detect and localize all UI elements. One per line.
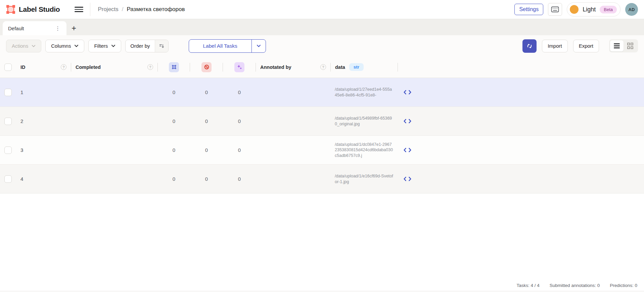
import-button[interactable]: Import bbox=[542, 40, 568, 52]
menu-hamburger-icon[interactable] bbox=[75, 6, 83, 13]
table-header: ID ? Completed ? bbox=[0, 56, 644, 78]
breadcrumb-current-project: Разметка светофоров bbox=[127, 6, 185, 13]
show-source-button[interactable] bbox=[398, 165, 644, 193]
cell-cancelled-count: 0 bbox=[190, 107, 223, 135]
table-row[interactable]: 4 0 0 0 /data/upload/1/e16cf69d-Svetofor… bbox=[0, 165, 644, 194]
cell-cancelled-count: 0 bbox=[190, 136, 223, 164]
tab-bar: Default ⋮ + bbox=[0, 19, 644, 35]
chevron-down-icon bbox=[257, 44, 261, 47]
help-icon[interactable]: ? bbox=[61, 64, 66, 70]
cell-data-path: /data/upload/1/54989fbf-653690_original.… bbox=[331, 107, 398, 135]
cell-annotated-by bbox=[256, 107, 331, 135]
cell-completed bbox=[71, 107, 158, 135]
column-header-spacer bbox=[398, 56, 644, 78]
cancelled-annotations-icon bbox=[204, 64, 210, 70]
angle-left-icon bbox=[403, 119, 407, 124]
order-by-button[interactable]: Order by bbox=[125, 40, 168, 52]
show-source-button[interactable] bbox=[398, 107, 644, 135]
column-header-data[interactable]: data str bbox=[331, 56, 398, 78]
angle-right-icon bbox=[408, 119, 412, 124]
add-tab-button[interactable]: + bbox=[66, 21, 81, 35]
cell-data-path: /data/upload/1/dc0847e1-29672353830815d4… bbox=[331, 136, 398, 164]
chevron-down-icon bbox=[111, 44, 116, 47]
cell-predictions-count: 0 bbox=[223, 78, 256, 107]
submitted-annotations-count: Submitted annotations: 0 bbox=[550, 283, 600, 288]
tab-default[interactable]: Default ⋮ bbox=[3, 21, 66, 35]
row-checkbox[interactable] bbox=[4, 175, 12, 183]
grid-icon bbox=[627, 43, 634, 49]
angle-left-icon bbox=[403, 148, 407, 153]
user-avatar[interactable]: AD bbox=[625, 3, 638, 16]
columns-button[interactable]: Columns bbox=[45, 40, 84, 52]
theme-toggle[interactable]: Light Beta bbox=[567, 2, 620, 16]
label-all-tasks-button[interactable]: Label All Tasks bbox=[189, 39, 266, 53]
cell-annotated-by bbox=[256, 78, 331, 107]
column-header-predictions[interactable] bbox=[223, 56, 256, 78]
filters-button[interactable]: Filters bbox=[88, 40, 121, 52]
column-header-completed[interactable]: Completed ? bbox=[71, 56, 158, 78]
cell-annotated-by bbox=[256, 136, 331, 164]
tab-kebab-menu-icon[interactable]: ⋮ bbox=[53, 25, 62, 32]
select-all-checkbox[interactable] bbox=[4, 64, 12, 71]
grid-view-button[interactable] bbox=[624, 40, 637, 51]
settings-button[interactable]: Settings bbox=[514, 4, 543, 15]
row-checkbox[interactable] bbox=[4, 89, 12, 96]
predictions-count: Predictions: 0 bbox=[610, 283, 637, 288]
label-all-tasks-dropdown[interactable] bbox=[251, 40, 266, 52]
chevron-down-icon bbox=[74, 44, 79, 47]
cell-annotations-count: 0 bbox=[158, 78, 190, 107]
header-divider bbox=[90, 3, 90, 16]
cell-completed bbox=[71, 136, 158, 164]
show-source-button[interactable] bbox=[398, 78, 644, 107]
help-icon[interactable]: ? bbox=[147, 64, 153, 70]
app-header: Label Studio Projects / Разметка светофо… bbox=[0, 0, 644, 19]
predictions-sparkles-icon bbox=[237, 64, 242, 70]
row-checkbox[interactable] bbox=[4, 146, 12, 154]
column-header-id[interactable]: ID ? bbox=[16, 56, 71, 78]
app-name: Label Studio bbox=[19, 5, 60, 13]
column-header-annotated-by[interactable]: Annotated by ? bbox=[256, 56, 331, 78]
row-checkbox[interactable] bbox=[4, 118, 12, 125]
chevron-down-icon bbox=[32, 45, 36, 47]
theme-dot-icon bbox=[570, 5, 579, 14]
table-row[interactable]: 3 0 0 0 /data/upload/1/dc0847e1-29672353… bbox=[0, 136, 644, 165]
cell-cancelled-count: 0 bbox=[190, 78, 223, 107]
cell-predictions-count: 0 bbox=[223, 165, 256, 193]
refresh-button[interactable] bbox=[522, 39, 537, 53]
cell-id: 2 bbox=[16, 107, 71, 135]
beta-badge: Beta bbox=[600, 6, 617, 13]
toolbar: Actions Columns Filters Order by bbox=[0, 35, 644, 56]
cell-id: 1 bbox=[16, 78, 71, 107]
data-type-badge: str bbox=[349, 63, 364, 71]
help-icon[interactable]: ? bbox=[320, 64, 326, 70]
annotations-icon bbox=[171, 64, 177, 70]
label-studio-logo-icon bbox=[6, 5, 15, 14]
angle-right-icon bbox=[408, 90, 412, 95]
export-button[interactable]: Export bbox=[573, 40, 599, 52]
refresh-icon bbox=[526, 43, 533, 49]
breadcrumb: Projects / Разметка светофоров bbox=[98, 6, 185, 13]
angle-right-icon bbox=[408, 148, 412, 153]
cell-data-path: /data/upload/1/27eed1e4-555a45e6-8e86-4c… bbox=[331, 78, 398, 107]
breadcrumb-projects[interactable]: Projects bbox=[98, 6, 118, 13]
breadcrumb-separator: / bbox=[122, 6, 124, 13]
actions-button[interactable]: Actions bbox=[6, 40, 41, 52]
list-view-button[interactable] bbox=[610, 40, 624, 51]
table-row[interactable]: 2 0 0 0 /data/upload/1/54989fbf-653690_o… bbox=[0, 107, 644, 136]
column-header-cancelled[interactable] bbox=[190, 56, 223, 78]
column-header-annotations[interactable] bbox=[158, 56, 190, 78]
sort-direction-icon[interactable] bbox=[155, 40, 168, 52]
keyboard-shortcuts-button[interactable] bbox=[548, 3, 562, 16]
table-row[interactable]: 1 0 0 0 /data/upload/1/27eed1e4-555a45e6… bbox=[0, 78, 644, 107]
cell-id: 4 bbox=[16, 165, 71, 193]
angle-right-icon bbox=[408, 176, 412, 181]
tab-label: Default bbox=[8, 26, 24, 31]
cell-predictions-count: 0 bbox=[223, 107, 256, 135]
status-bar: Tasks: 4 / 4 Submitted annotations: 0 Pr… bbox=[0, 280, 644, 291]
angle-left-icon bbox=[403, 90, 407, 95]
app-logo[interactable]: Label Studio bbox=[6, 5, 60, 14]
cell-data-path: /data/upload/1/e16cf69d-Svetofor-1.jpg bbox=[331, 165, 398, 193]
cell-completed bbox=[71, 78, 158, 107]
show-source-button[interactable] bbox=[398, 136, 644, 164]
tasks-count: Tasks: 4 / 4 bbox=[517, 283, 540, 288]
